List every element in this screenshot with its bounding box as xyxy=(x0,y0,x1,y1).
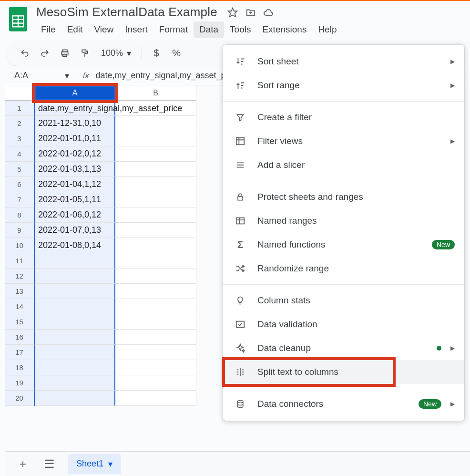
row-header[interactable]: 7 xyxy=(5,192,34,207)
row-header[interactable]: 6 xyxy=(5,177,34,192)
row-header[interactable]: 1 xyxy=(5,101,34,116)
row-header[interactable]: 16 xyxy=(5,330,34,345)
cell[interactable] xyxy=(115,131,196,146)
cell[interactable] xyxy=(34,314,115,330)
cell[interactable]: 2022-01-02,0,12 xyxy=(34,146,115,162)
cell[interactable]: 2021-12-31,0,10 xyxy=(34,116,115,131)
all-sheets-icon[interactable]: ☰ xyxy=(41,455,58,473)
name-box[interactable]: A:A▾ xyxy=(5,66,76,85)
redo-icon[interactable] xyxy=(36,45,53,62)
menu-item-data-connectors[interactable]: Data connectors▶New xyxy=(223,392,464,416)
row-header[interactable]: 17 xyxy=(5,345,34,360)
cell[interactable] xyxy=(34,253,115,269)
cell[interactable] xyxy=(115,116,196,131)
cell[interactable] xyxy=(34,330,115,345)
cell[interactable] xyxy=(115,269,196,284)
cell[interactable] xyxy=(115,238,196,253)
row-header[interactable]: 15 xyxy=(5,314,34,330)
cell[interactable] xyxy=(34,375,115,391)
menu-file[interactable]: File xyxy=(35,21,61,38)
cell[interactable] xyxy=(34,269,115,284)
cell[interactable] xyxy=(115,207,196,223)
cell[interactable] xyxy=(115,330,196,345)
cloud-icon[interactable] xyxy=(263,7,275,18)
cell[interactable] xyxy=(115,146,196,162)
row-header[interactable]: 9 xyxy=(5,223,34,238)
cell[interactable] xyxy=(115,391,196,406)
row-header[interactable]: 20 xyxy=(5,391,34,406)
move-icon[interactable] xyxy=(245,7,256,18)
cell[interactable]: 2022-01-07,0,13 xyxy=(34,223,115,238)
cell[interactable] xyxy=(115,192,196,207)
row-header[interactable]: 12 xyxy=(5,269,34,284)
menu-item-add-slicer[interactable]: Add a slicer xyxy=(223,153,464,177)
undo-icon[interactable] xyxy=(16,45,33,62)
cell[interactable] xyxy=(115,360,196,375)
print-icon[interactable] xyxy=(56,45,73,62)
menu-data[interactable]: Data xyxy=(194,21,224,38)
row-header[interactable]: 3 xyxy=(5,131,34,146)
sheet-tab-1[interactable]: Sheet1▾ xyxy=(68,454,121,474)
menu-tools[interactable]: Tools xyxy=(224,21,256,38)
menu-item-create-filter[interactable]: Create a filter xyxy=(223,105,464,129)
row-header[interactable]: 18 xyxy=(5,360,34,375)
menu-view[interactable]: View xyxy=(88,21,119,38)
cell[interactable] xyxy=(115,375,196,391)
menu-item-data-validation[interactable]: Data validation xyxy=(223,312,464,336)
select-all-corner[interactable] xyxy=(5,85,34,101)
cell[interactable]: 2022-01-06,0,12 xyxy=(34,207,115,223)
cell[interactable] xyxy=(34,391,115,406)
row-header[interactable]: 19 xyxy=(5,375,34,391)
row-header[interactable]: 11 xyxy=(5,253,34,269)
menu-item-named-ranges[interactable]: Named ranges xyxy=(223,209,464,233)
row-header[interactable]: 13 xyxy=(5,284,34,299)
cell[interactable]: 2022-01-03,1,13 xyxy=(34,162,115,177)
column-header-a[interactable]: A xyxy=(34,85,115,101)
cell[interactable] xyxy=(115,345,196,360)
menu-item-split-text[interactable]: Split text to columns xyxy=(223,360,464,384)
sheets-logo-icon[interactable] xyxy=(7,4,30,34)
cell[interactable]: 2022-01-04,1,12 xyxy=(34,177,115,192)
star-icon[interactable] xyxy=(227,7,238,18)
document-title[interactable]: MesoSim ExternalData Example xyxy=(33,4,220,21)
menu-extensions[interactable]: Extensions xyxy=(256,21,312,38)
menu-item-column-stats[interactable]: Column stats xyxy=(223,289,464,312)
cell[interactable] xyxy=(115,253,196,269)
row-header[interactable]: 8 xyxy=(5,207,34,223)
menu-item-sort-range[interactable]: Sort range▶ xyxy=(223,73,464,97)
cell[interactable]: date,my_entry_signal,my_asset_price xyxy=(34,101,115,116)
currency-button[interactable]: $ xyxy=(148,45,165,62)
cell[interactable] xyxy=(34,284,115,299)
cell[interactable] xyxy=(115,284,196,299)
menu-item-randomize[interactable]: Randomize range xyxy=(223,257,464,280)
menu-item-data-cleanup[interactable]: Data cleanup▶ xyxy=(223,336,464,360)
menu-item-filter-views[interactable]: Filter views▶ xyxy=(223,129,464,153)
cell[interactable]: 2022-01-01,0,11 xyxy=(34,131,115,146)
menu-item-protect[interactable]: Protect sheets and ranges xyxy=(223,185,464,209)
cell[interactable] xyxy=(34,360,115,375)
menu-edit[interactable]: Edit xyxy=(61,21,89,38)
menu-insert[interactable]: Insert xyxy=(119,21,153,38)
row-header[interactable]: 10 xyxy=(5,238,34,253)
paint-format-icon[interactable] xyxy=(76,45,93,62)
cell[interactable] xyxy=(115,314,196,330)
zoom-dropdown[interactable]: 100% ▾ xyxy=(96,48,136,59)
cell[interactable] xyxy=(34,299,115,314)
row-header[interactable]: 4 xyxy=(5,146,34,162)
add-sheet-icon[interactable]: + xyxy=(14,455,31,473)
cell[interactable] xyxy=(115,299,196,314)
menu-format[interactable]: Format xyxy=(153,21,194,38)
menu-item-named-functions[interactable]: ΣNamed functionsNew xyxy=(223,233,464,257)
cell[interactable]: 2022-01-08,0,14 xyxy=(34,238,115,253)
cell[interactable] xyxy=(115,177,196,192)
row-header[interactable]: 5 xyxy=(5,162,34,177)
column-header-b[interactable]: B xyxy=(115,85,196,101)
cell[interactable] xyxy=(34,345,115,360)
cell[interactable] xyxy=(115,162,196,177)
menu-help[interactable]: Help xyxy=(312,21,342,38)
percent-button[interactable]: % xyxy=(168,45,185,62)
cell[interactable]: 2022-01-05,1,11 xyxy=(34,192,115,207)
cell[interactable] xyxy=(115,223,196,238)
row-header[interactable]: 2 xyxy=(5,116,34,131)
formula-input[interactable]: date,my_entry_signal,my_asset_price xyxy=(95,71,239,81)
